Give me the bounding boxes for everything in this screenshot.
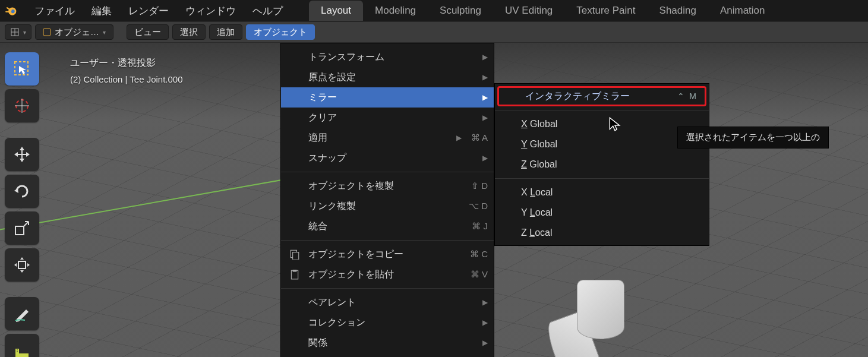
tab-modeling[interactable]: Modeling: [363, 1, 428, 21]
menu-help[interactable]: ヘルプ: [244, 1, 291, 21]
object-menu[interactable]: トランスフォーム▶ 原点を設定▶ ミラー▶ クリア▶ 適用⌘ A▶ スナップ▶ …: [280, 43, 494, 357]
menu-item-constraints[interactable]: コンストレイント▶: [281, 353, 494, 357]
menu-edit[interactable]: 編集: [83, 1, 120, 21]
mirror-submenu[interactable]: インタラクティブミラー ⌃ M X Global Y Global Z Glob…: [494, 83, 709, 246]
menu-item-collection[interactable]: コレクション▶: [281, 312, 494, 333]
menu-item-mirror-x-local[interactable]: X Local: [495, 182, 709, 203]
menu-item-paste-objects[interactable]: オブジェクトを貼付⌘ V: [281, 264, 494, 285]
menu-separator: [281, 240, 494, 241]
tab-layout[interactable]: Layout: [309, 1, 363, 21]
tooltip-text: 選択されたアイテムを一つ以上の: [686, 132, 820, 142]
shortcut-label: ⌥ D: [469, 201, 488, 211]
menu-item-mirror-x-global[interactable]: X Global: [495, 114, 709, 134]
select-box-icon: [13, 60, 31, 78]
menu-item-clear[interactable]: クリア▶: [281, 108, 494, 128]
menu-item-mirror-z-local[interactable]: Z Local: [495, 223, 709, 243]
viewport-header: ▾ オブジェ… ▾ ビュー 選択 追加 オブジェクト: [0, 21, 868, 43]
tool-scale[interactable]: [5, 211, 39, 245]
submenu-arrow-icon: ▶: [456, 134, 462, 142]
move-icon: [13, 146, 31, 163]
header-object-button[interactable]: オブジェクト: [246, 24, 315, 40]
header-add-button[interactable]: 追加: [209, 24, 242, 40]
menu-item-join[interactable]: 統合⌘ J: [281, 216, 494, 236]
menu-item-snap[interactable]: スナップ▶: [281, 148, 494, 168]
chevron-down-icon: ▾: [23, 29, 26, 36]
rotate-icon: [13, 182, 31, 200]
mode-dropdown[interactable]: オブジェ… ▾: [35, 24, 113, 40]
shortcut-label: ⌘ C: [470, 249, 488, 260]
menu-item-copy-objects[interactable]: オブジェクトをコピー⌘ C: [281, 244, 494, 264]
tool-select-box[interactable]: [5, 52, 39, 86]
submenu-arrow-icon: ▶: [482, 298, 488, 307]
paste-icon: [289, 269, 300, 280]
tool-column: [5, 52, 39, 357]
grid-icon: [10, 27, 20, 37]
tab-animation[interactable]: Animation: [708, 1, 777, 21]
highlight-box-interactive-mirror: インタラクティブミラー ⌃ M: [497, 86, 706, 106]
menu-item-parent[interactable]: ペアレント▶: [281, 292, 494, 312]
menu-item-apply[interactable]: 適用⌘ A▶: [281, 128, 494, 148]
cursor-3d-icon: [13, 97, 31, 115]
menu-item-duplicate-linked[interactable]: リンク複製⌥ D: [281, 196, 494, 216]
tooltip: 選択されたアイテムを一つ以上の: [677, 127, 829, 149]
menu-item-duplicate[interactable]: オブジェクトを複製⇧ D: [281, 176, 494, 196]
blender-logo-icon: [5, 4, 18, 17]
svg-rect-5: [43, 29, 50, 36]
tool-measure[interactable]: [5, 334, 39, 357]
editor-type-dropdown[interactable]: ▾: [5, 24, 31, 40]
menu-separator: [281, 288, 494, 289]
menu-window[interactable]: ウィンドウ: [177, 1, 244, 21]
svg-rect-11: [18, 261, 26, 268]
menu-item-mirror-z-global[interactable]: Z Global: [495, 154, 709, 175]
svg-point-1: [11, 10, 15, 13]
top-menubar: ファイル 編集 レンダー ウィンドウ ヘルプ Layout Modeling S…: [0, 0, 868, 21]
menu-item-mirror-y-global[interactable]: Y Global: [495, 134, 709, 154]
shortcut-label: ⇧ D: [471, 181, 488, 191]
svg-rect-17: [293, 270, 297, 271]
mode-label: オブジェ…: [55, 27, 99, 38]
object-mode-icon: [43, 28, 51, 36]
submenu-arrow-icon: ▶: [482, 53, 488, 61]
scale-icon: [13, 219, 31, 237]
tool-annotate[interactable]: [5, 297, 39, 330]
transform-icon: [13, 256, 31, 274]
header-view-button[interactable]: ビュー: [127, 24, 169, 40]
tool-rotate[interactable]: [5, 175, 39, 208]
tool-transform[interactable]: [5, 248, 39, 282]
workspace-tabs: Layout Modeling Sculpting UV Editing Tex…: [309, 1, 777, 21]
menu-item-mirror-y-local[interactable]: Y Local: [495, 203, 709, 223]
submenu-arrow-icon: ▶: [482, 73, 488, 81]
header-select-button[interactable]: 選択: [172, 24, 206, 40]
svg-rect-15: [293, 252, 299, 260]
chevron-down-icon: ▾: [103, 29, 106, 36]
tab-sculpting[interactable]: Sculpting: [428, 1, 493, 21]
menu-separator: [495, 110, 709, 110]
menu-item-transform[interactable]: トランスフォーム▶: [281, 47, 494, 67]
shortcut-label: ⌘ V: [471, 269, 488, 280]
submenu-arrow-icon: ▶: [482, 93, 488, 102]
shortcut-label: ⌘ J: [472, 221, 488, 232]
tool-cursor[interactable]: [5, 89, 39, 122]
menu-item-relations[interactable]: 関係▶: [281, 333, 494, 353]
menu-render[interactable]: レンダー: [120, 1, 177, 21]
tool-move[interactable]: [5, 138, 39, 171]
tab-shading[interactable]: Shading: [648, 1, 708, 21]
submenu-arrow-icon: ▶: [482, 318, 488, 327]
submenu-arrow-icon: ▶: [482, 154, 488, 162]
tab-uv-editing[interactable]: UV Editing: [493, 1, 564, 21]
menu-item-mirror[interactable]: ミラー▶: [281, 87, 494, 108]
menu-item-interactive-mirror[interactable]: インタラクティブミラー ⌃ M: [499, 88, 705, 105]
submenu-arrow-icon: ▶: [482, 113, 488, 122]
menu-item-set-origin[interactable]: 原点を設定▶: [281, 67, 494, 87]
menu-file[interactable]: ファイル: [26, 1, 83, 21]
measure-icon: [13, 342, 31, 357]
svg-rect-10: [15, 226, 24, 235]
view-projection-label: ユーザー・透視投影: [70, 55, 183, 71]
mesh-tee-joint[interactable]: [541, 274, 648, 357]
tab-texture-paint[interactable]: Texture Paint: [564, 1, 647, 21]
viewport-overlay-info: ユーザー・透視投影 (2) Collection | Tee Joint.000: [70, 55, 183, 88]
copy-icon: [289, 249, 300, 260]
shortcut-label: ⌃ M: [677, 91, 697, 101]
submenu-arrow-icon: ▶: [482, 339, 488, 347]
menu-separator: [281, 172, 494, 172]
